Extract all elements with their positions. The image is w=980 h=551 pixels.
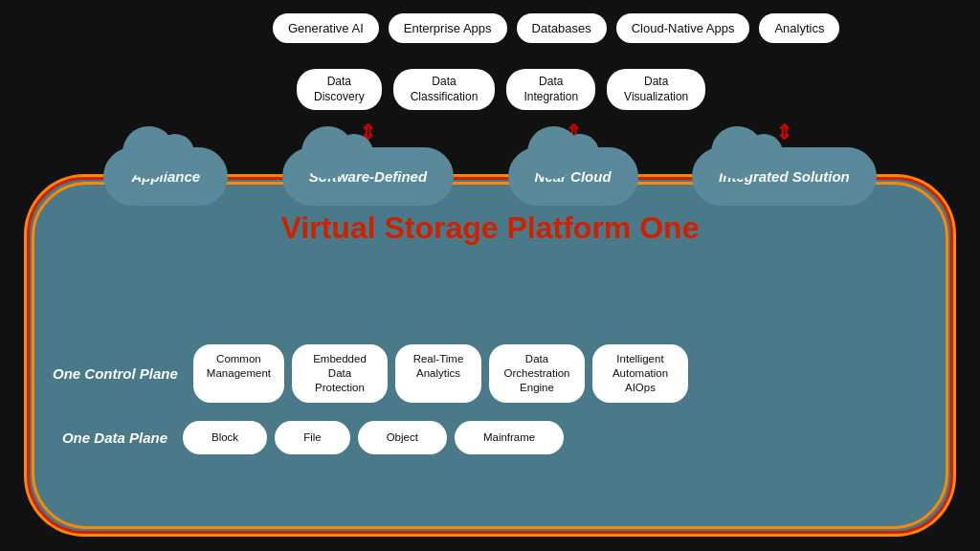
workload-databases: Databases — [517, 13, 607, 43]
top-workloads-row: Generative AI Enterprise Apps Databases … — [273, 13, 839, 43]
cloud-appliance: Appliance — [103, 147, 228, 206]
cloud-software-defined-wrap: ⇕ Software-Defined — [282, 122, 454, 206]
workload-analytics: Analytics — [759, 13, 839, 43]
cloud-integrated-solution: Integrated Solution — [692, 147, 877, 206]
workload-cloud-native: Cloud-Native Apps — [616, 13, 750, 43]
workload-generative-ai: Generative AI — [273, 13, 379, 43]
cloud-appliance-wrap: Appliance — [103, 147, 228, 206]
vsp-title: Virtual Storage Platform One — [0, 210, 980, 246]
data-integration: DataIntegration — [506, 69, 595, 110]
feature-data-orchestration: Data OrchestrationEngine — [489, 344, 585, 403]
workload-enterprise-apps: Enterprise Apps — [389, 13, 507, 43]
feature-mainframe: Mainframe — [455, 421, 564, 454]
feature-intelligent-automation: IntelligentAutomation AIOps — [592, 344, 688, 403]
control-plane-features: CommonManagement EmbeddedData Protection… — [193, 344, 688, 403]
control-plane-label: One Control Plane — [53, 364, 178, 384]
data-plane-section: One Data Plane Block File Object Mainfra… — [53, 421, 927, 454]
diagram-container: Generative AI Enterprise Apps Databases … — [0, 0, 980, 551]
feature-file: File — [275, 421, 350, 454]
cloud-integrated-wrap: ⇕ Integrated Solution — [692, 122, 877, 206]
feature-real-time-analytics: Real-TimeAnalytics — [395, 344, 481, 403]
control-plane-section: One Control Plane CommonManagement Embed… — [53, 344, 927, 403]
cloud-near-cloud-wrap: ⇕ Near Cloud — [508, 122, 638, 206]
data-classification: DataClassification — [393, 69, 496, 110]
feature-block: Block — [183, 421, 267, 454]
cloud-software-defined: Software-Defined — [282, 147, 454, 206]
feature-object: Object — [358, 421, 447, 454]
data-discovery: DataDiscovery — [297, 69, 382, 110]
feature-common-management: CommonManagement — [193, 344, 284, 403]
clouds-row: Appliance ⇕ Software-Defined ⇕ Near Clou… — [77, 122, 903, 206]
data-plane-features: Block File Object Mainframe — [183, 421, 564, 454]
cloud-near-cloud: Near Cloud — [508, 147, 638, 206]
data-services-row: DataDiscovery DataClassification DataInt… — [297, 69, 705, 110]
feature-embedded-data-protection: EmbeddedData Protection — [292, 344, 388, 403]
data-visualization: DataVisualization — [607, 69, 705, 110]
data-plane-label: One Data Plane — [53, 429, 167, 448]
